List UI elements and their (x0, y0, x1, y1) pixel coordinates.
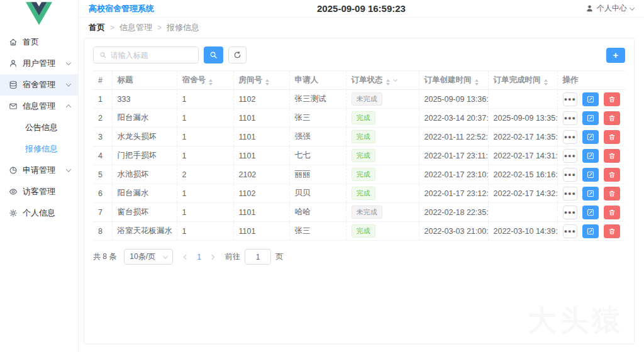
edit-button[interactable] (582, 111, 599, 125)
cell-applicant: 强强 (289, 128, 346, 146)
more-actions-button[interactable]: ●●● (563, 168, 578, 182)
column-header-label: 操作 (563, 75, 579, 84)
delete-button[interactable] (604, 130, 620, 144)
toolbar: + (93, 47, 625, 63)
edit-button[interactable] (582, 224, 599, 238)
sidebar-item-info[interactable]: 信息管理 (0, 96, 78, 117)
delete-button[interactable] (604, 206, 620, 219)
delete-button[interactable] (604, 92, 620, 106)
cell-title: 水龙头损坏 (112, 128, 177, 146)
cell-index: 7 (93, 203, 112, 222)
cell-dorm: 1 (177, 90, 233, 109)
cell-status: 完成 (346, 184, 419, 203)
cell-created: 2022-03-03 21:00:21 (419, 222, 488, 241)
delete-button[interactable] (604, 168, 620, 182)
edit-button[interactable] (582, 130, 599, 144)
search-input[interactable] (110, 51, 192, 60)
sidebar-item-visitors[interactable]: 访客管理 (0, 181, 78, 202)
edit-button[interactable] (582, 92, 599, 106)
delete-button[interactable] (604, 224, 620, 238)
sidebar-item-home[interactable]: 首页 (0, 31, 78, 53)
total-count: 共 8 条 (93, 251, 116, 262)
cell-title: 浴室天花板漏水 (112, 222, 177, 241)
edit-icon (587, 152, 594, 160)
status-badge: 完成 (352, 149, 375, 162)
delete-button[interactable] (604, 187, 620, 201)
cell-index: 8 (93, 222, 112, 241)
column-header[interactable]: 房间号 (233, 71, 289, 90)
cell-actions: ●●● (557, 184, 625, 203)
page-size-select[interactable]: 10条/页 (124, 249, 173, 265)
add-button[interactable]: + (606, 48, 625, 63)
chevron-down-icon (163, 253, 168, 258)
column-header: 申请人 (289, 71, 346, 90)
sidebar-item-repairs[interactable]: 报修信息 (0, 138, 78, 160)
cell-title: 门把手损坏 (112, 146, 177, 165)
cell-applicant: 七七 (289, 146, 346, 165)
column-header[interactable]: 宿舍号 (177, 71, 233, 90)
cell-actions: ●●● (557, 109, 625, 128)
delete-button[interactable] (604, 111, 620, 125)
watermark: 大头猿 (528, 301, 624, 340)
column-header[interactable]: 订单创建时间 (419, 71, 488, 90)
column-header-label: 申请人 (295, 75, 319, 84)
more-actions-button[interactable]: ●●● (563, 149, 578, 163)
cell-actions: ●●● (557, 146, 625, 165)
more-actions-button[interactable]: ●●● (563, 224, 578, 238)
sidebar-item-dorms[interactable]: 宿舍管理 (0, 74, 78, 96)
cell-completed: 2022-03-10 14:39:10 (488, 222, 557, 241)
more-actions-button[interactable]: ●●● (563, 187, 578, 201)
filter-chevron-icon[interactable] (392, 77, 397, 82)
chevron-down-icon (66, 167, 71, 172)
cell-applicant: 贝贝 (289, 184, 346, 203)
cell-index: 4 (93, 146, 112, 165)
current-page[interactable]: 1 (197, 253, 201, 261)
more-actions-button[interactable]: ●●● (563, 111, 578, 125)
edit-button[interactable] (582, 187, 599, 201)
prev-page-icon[interactable] (184, 254, 189, 259)
edit-button[interactable] (582, 168, 599, 182)
sort-caret-icon[interactable] (544, 79, 548, 85)
column-header[interactable]: 订单完成时间 (488, 71, 557, 90)
sort-caret-icon[interactable] (209, 79, 213, 85)
breadcrumb-home[interactable]: 首页 (89, 22, 105, 33)
sidebar-item-label: 首页 (23, 36, 39, 48)
more-actions-button[interactable]: ●●● (563, 130, 578, 144)
cell-room: 1101 (233, 146, 289, 165)
search-button[interactable] (204, 47, 223, 63)
edit-button[interactable] (582, 149, 599, 163)
sidebar-item-label: 访客管理 (23, 186, 55, 197)
sidebar-item-users[interactable]: 用户管理 (0, 53, 78, 74)
table-row: 5 水池损坏 2 2102 丽丽 完成 2022-01-17 23:10:35 … (93, 165, 625, 184)
sort-caret-icon[interactable] (386, 79, 390, 85)
goto-page-input[interactable] (245, 249, 271, 265)
refresh-button[interactable] (228, 47, 247, 63)
column-header[interactable]: 订单状态 (346, 71, 419, 90)
status-badge: 完成 (352, 224, 375, 238)
column-header-label: 宿舍号 (182, 75, 206, 84)
next-page-icon[interactable] (209, 254, 214, 259)
edit-icon (587, 209, 594, 216)
sort-caret-icon[interactable] (475, 79, 479, 85)
sidebar-item-applications[interactable]: 申请管理 (0, 160, 78, 181)
sidebar-item-announcements[interactable]: 公告信息 (0, 117, 78, 138)
table-row: 6 阳台漏水 1 1102 贝贝 完成 2022-01-17 23:12:16 … (93, 184, 625, 203)
cell-created: 2022-01-17 23:10:35 (419, 165, 488, 184)
cell-index: 2 (93, 109, 112, 128)
chevron-down-icon (66, 81, 71, 86)
edit-button[interactable] (582, 206, 599, 219)
delete-button[interactable] (604, 149, 620, 163)
breadcrumb-info[interactable]: 信息管理 (119, 22, 152, 33)
sidebar-item-profile[interactable]: 个人信息 (0, 202, 78, 224)
cell-actions: ●●● (557, 90, 625, 109)
more-actions-button[interactable]: ●●● (563, 92, 578, 106)
cell-room: 1101 (233, 203, 289, 222)
table-row: 2 阳台漏水 1 1101 张三 完成 2022-03-14 20:37:35 … (93, 109, 625, 128)
content-card: + #标题宿舍号房间号申请人订单状态订单创建时间订单完成时间操作 1 333 1… (84, 38, 635, 344)
sort-caret-icon[interactable] (265, 79, 269, 85)
cell-title: 水池损坏 (112, 165, 177, 184)
more-actions-button[interactable]: ●●● (563, 206, 578, 219)
user-menu[interactable]: 个人中心 (586, 3, 634, 14)
cell-created: 2022-01-11 22:52:24 (419, 128, 488, 146)
cell-completed: 2022-02-17 14:32:38 (488, 184, 557, 203)
